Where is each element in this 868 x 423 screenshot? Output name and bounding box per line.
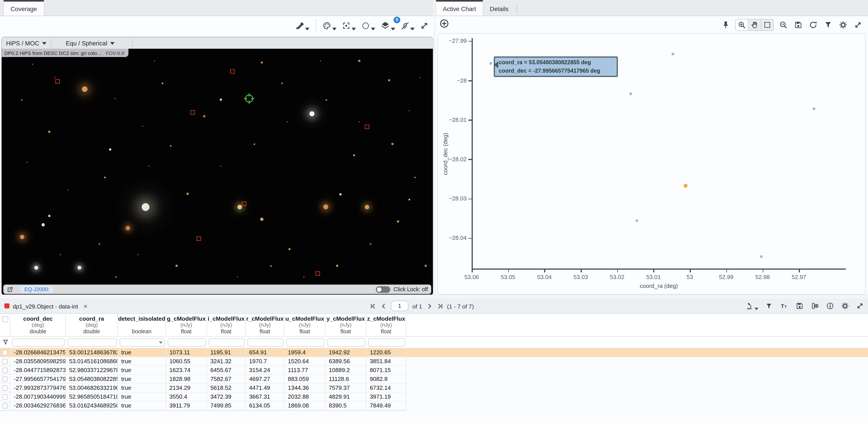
table-cell: 1060.55 [166,357,207,366]
column-header-i_cModelFlux[interactable]: i_cModelFlux(nJy)float [207,314,246,336]
source-marker[interactable] [242,202,246,206]
click-lock-toggle[interactable] [376,286,390,293]
save-icon[interactable] [793,19,804,30]
row-checkbox[interactable] [2,403,8,409]
restore-icon[interactable] [808,19,819,30]
table-row[interactable]: -27.99328737794760353.00468263321903true… [0,384,868,393]
source-marker[interactable] [230,69,235,74]
pan-hand-icon[interactable] [748,19,761,30]
filter-input-coord_dec[interactable] [12,338,65,346]
chart-point[interactable] [629,93,632,95]
page-input[interactable] [391,301,408,311]
source-marker[interactable] [190,110,195,115]
tab-coverage[interactable]: Coverage [3,0,44,16]
microscope-icon[interactable] [745,301,759,311]
row-checkbox[interactable] [2,385,8,391]
zoom-1x-icon[interactable]: 1X [778,19,789,30]
gear-icon[interactable] [838,19,849,30]
hips-moc-dropdown[interactable]: HiPS / MOC [2,40,51,46]
row-checkbox[interactable] [2,350,8,355]
select-area-icon[interactable] [360,20,376,31]
unlink-icon[interactable] [399,20,416,31]
hips-bar-divider [51,39,52,47]
sky-image[interactable]: DP0.2 HiPS from DESC DC2 sim: gri colo… … [2,49,433,295]
column-header-detect_isIsolated[interactable]: detect_isIsolated boolean [118,314,166,336]
table-row[interactable]: -28.03558095982596453.01451610868602true… [0,357,868,366]
tab-active-chart[interactable]: Active Chart [436,0,484,16]
expand-icon[interactable] [418,20,430,31]
info-icon[interactable] [826,301,835,311]
scatter-chart[interactable]: 53.0653.0553.0453.0353.0253.015352.9952.… [437,33,866,295]
filter-input-u_cModelFlux[interactable] [286,338,324,346]
source-marker[interactable] [197,237,201,241]
close-icon[interactable]: × [84,302,88,310]
filter-input-detect_isIsolated[interactable] [119,338,165,346]
expand-icon[interactable] [852,19,864,30]
row-checkbox[interactable] [2,367,8,373]
last-page-icon[interactable] [436,303,443,309]
table-row[interactable]: -28.00719034409994652.965850518471036tru… [0,393,868,401]
column-header-coord_ra[interactable]: coord_ra(deg)double [66,314,118,336]
tools-icon[interactable] [294,20,311,31]
table-tab[interactable]: dp1_v29.Object - data-int × [4,302,88,310]
projection-dropdown[interactable]: Equ / Spherical [61,40,119,46]
source-marker[interactable] [315,271,320,276]
chart-tabstrip: Active Chart Details [436,0,868,16]
filter-icon[interactable] [2,339,9,345]
column-header-coord_dec[interactable]: coord_dec(deg)double [11,314,66,336]
source-marker[interactable] [55,79,60,84]
next-page-icon[interactable] [426,303,433,309]
chart-point[interactable] [671,53,674,55]
gear-icon[interactable] [840,301,850,311]
chart-point[interactable] [684,184,687,188]
column-header-u_cModelFlux[interactable]: u_cModelFlux(nJy)float [284,314,326,336]
column-header-z_cModelFlux[interactable]: z_cModelFlux(nJy)float [367,314,406,336]
chart-point[interactable] [636,219,639,222]
table-cell: 4697.27 [246,375,284,384]
row-checkbox[interactable] [2,394,8,399]
table-cell: 3472.39 [207,393,246,401]
column-header-r_cModelFlux[interactable]: r_cModelFlux(nJy)float [246,314,284,336]
table-cell: 6134.05 [246,401,284,411]
save-icon[interactable] [795,301,804,311]
filter-input-g_cModelFlux[interactable] [167,338,206,346]
y-tick [468,238,472,239]
filter-cell-coord_ra [66,337,118,348]
text-size-icon[interactable]: TT [779,301,789,310]
select-all-checkbox[interactable] [2,316,8,323]
table-row[interactable]: -28.0447715892873252.980337122967896true… [0,366,868,375]
layers-icon[interactable]: 5 [379,20,397,32]
first-page-icon[interactable] [370,303,376,309]
prev-page-icon[interactable] [380,303,387,309]
row-checkbox[interactable] [2,359,8,364]
filter-icon[interactable] [823,19,834,30]
table-row[interactable]: -28.0266846213475953.00121486367821true1… [0,349,868,357]
zoom-in-icon[interactable] [736,19,749,30]
source-marker[interactable] [365,125,369,129]
column-type: double [66,328,118,335]
table-row[interactable]: -28.00346292768364353.01624346892507true… [0,401,868,411]
row-checkbox-cell [0,366,11,375]
select-rect-icon[interactable] [761,19,773,30]
tab-details[interactable]: Details [483,2,515,16]
filter-input-coord_ra[interactable] [67,338,117,346]
chart-point[interactable] [813,107,815,110]
expand-icon[interactable] [856,301,865,311]
pin-icon[interactable] [720,19,732,30]
table-tab-title: dp1_v29.Object - data-int [13,303,78,309]
palette-icon[interactable] [321,20,338,31]
filter-input-y_cModelFlux[interactable] [327,338,365,346]
add-column-icon[interactable] [810,301,820,311]
recenter-icon[interactable] [341,20,357,31]
column-header-y_cModelFlux[interactable]: y_cModelFlux(nJy)float [326,314,367,336]
table-row[interactable]: -27.99566577541796553.05480380822855true… [0,375,868,384]
column-header-g_cModelFlux[interactable]: g_cModelFlux(nJy)float [166,314,207,336]
external-link-icon[interactable] [7,286,13,293]
image-status-bar: EQ-J2000: Click Lock: off [3,284,431,294]
filter-input-r_cModelFlux[interactable] [247,338,283,346]
filter-input-z_cModelFlux[interactable] [368,338,405,346]
chart-point[interactable] [760,255,763,258]
row-checkbox[interactable] [2,376,8,382]
filter-input-i_cModelFlux[interactable] [208,338,244,346]
filter-icon[interactable] [765,301,773,310]
